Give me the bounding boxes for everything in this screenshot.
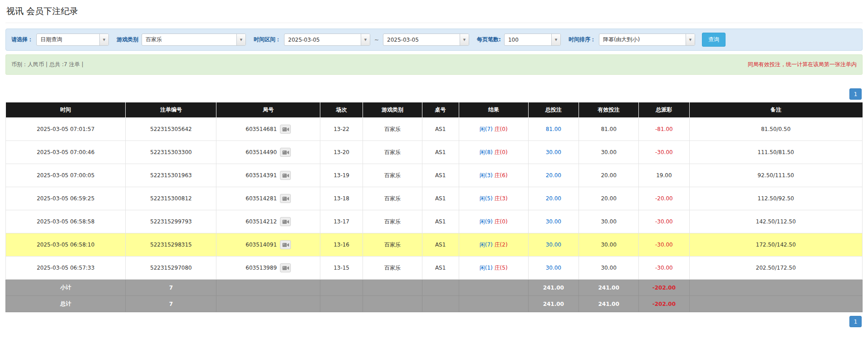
cell-remark: 172.50/142.50 — [689, 233, 862, 257]
header-time: 时间 — [6, 102, 126, 118]
video-camera-icon[interactable] — [280, 240, 291, 249]
cell-table-no: AS1 — [422, 233, 459, 257]
header-bet-id: 注单编号 — [126, 102, 216, 118]
cell-session: 13-16 — [320, 233, 363, 257]
page-container: 视讯 会员下注纪录 请选择： ▼ 游戏类别 ▼ 时间区间： ▼ ~ ▼ 每页笔数… — [0, 0, 868, 331]
date-to-combobox[interactable]: ▼ — [383, 34, 469, 46]
chevron-down-icon[interactable]: ▼ — [99, 34, 108, 45]
chevron-down-icon[interactable]: ▼ — [686, 34, 695, 45]
cell-bet-id: 522315298315 — [126, 233, 216, 257]
empty-cell — [459, 280, 528, 296]
per-page-combobox[interactable]: ▼ — [504, 34, 561, 46]
cell-bet-id: 522315305642 — [126, 118, 216, 141]
table-body: 2025-03-05 07:01:57 522315305642 6035146… — [6, 118, 863, 280]
cell-game-type: 百家乐 — [363, 187, 422, 210]
chevron-down-icon[interactable]: ▼ — [236, 34, 245, 45]
cell-valid-bet: 30.00 — [579, 210, 639, 233]
round-group: 603514391 — [245, 171, 291, 180]
cell-game-type: 百家乐 — [363, 118, 422, 141]
total-total-bet: 241.00 — [528, 296, 579, 312]
cell-game-type: 百家乐 — [363, 164, 422, 187]
empty-cell — [363, 280, 422, 296]
cell-remark: 202.50/172.50 — [689, 257, 862, 280]
cell-total-bet[interactable]: 20.00 — [528, 164, 579, 187]
video-camera-icon[interactable] — [280, 263, 291, 272]
cell-total-bet[interactable]: 30.00 — [528, 233, 579, 257]
cell-session: 13-15 — [320, 257, 363, 280]
table-row: 2025-03-05 06:58:58 522315299793 6035142… — [6, 210, 863, 233]
result-player: 闲(7) — [480, 242, 493, 248]
result-banker: 庄(0) — [495, 218, 508, 225]
per-page-label: 每页笔数: — [477, 36, 501, 44]
cell-time: 2025-03-05 06:58:58 — [6, 210, 126, 233]
cell-valid-bet: 20.00 — [579, 164, 639, 187]
cell-round: 603514490 — [216, 141, 320, 164]
cell-remark: 142.50/112.50 — [689, 210, 862, 233]
chevron-down-icon[interactable]: ▼ — [460, 34, 469, 45]
cell-table-no: AS1 — [422, 187, 459, 210]
chevron-down-icon[interactable]: ▼ — [551, 34, 560, 45]
result-player: 闲(7) — [480, 126, 493, 132]
empty-cell — [363, 296, 422, 312]
search-button[interactable]: 查询 — [702, 33, 726, 47]
cell-game-type: 百家乐 — [363, 141, 422, 164]
empty-cell — [459, 296, 528, 312]
result-banker: 庄(6) — [495, 172, 508, 179]
cell-result: 闲(3) 庄(6) — [459, 164, 528, 187]
empty-cell — [422, 296, 459, 312]
game-type-input[interactable] — [142, 34, 236, 45]
query-type-combobox[interactable]: ▼ — [36, 34, 109, 46]
date-to-input[interactable] — [383, 34, 460, 45]
cell-total-bet[interactable]: 81.00 — [528, 118, 579, 141]
sort-combobox[interactable]: ▼ — [599, 34, 695, 46]
pagination-page-button[interactable]: 1 — [849, 88, 862, 100]
video-camera-icon[interactable] — [280, 194, 291, 203]
table-row: 2025-03-05 06:59:25 522315300812 6035142… — [6, 187, 863, 210]
pagination-page-button[interactable]: 1 — [849, 316, 862, 327]
video-camera-icon[interactable] — [280, 125, 291, 134]
video-camera-icon[interactable] — [280, 217, 291, 226]
cell-game-type: 百家乐 — [363, 210, 422, 233]
date-from-combobox[interactable]: ▼ — [284, 34, 370, 46]
empty-cell — [689, 280, 862, 296]
video-camera-icon[interactable] — [280, 148, 291, 157]
table-row: 2025-03-05 06:58:10 522315298315 6035140… — [6, 233, 863, 257]
chevron-down-icon[interactable]: ▼ — [361, 34, 370, 45]
cell-round: 603514212 — [216, 210, 320, 233]
cell-session: 13-17 — [320, 210, 363, 233]
result-player: 闲(5) — [480, 195, 493, 202]
round-group: 603514490 — [245, 148, 291, 157]
cell-result: 闲(8) 庄(0) — [459, 141, 528, 164]
cell-total-bet[interactable]: 30.00 — [528, 257, 579, 280]
cell-table-no: AS1 — [422, 210, 459, 233]
select-label: 请选择： — [11, 36, 33, 44]
cell-total-bet[interactable]: 20.00 — [528, 187, 579, 210]
cell-total-bet[interactable]: 30.00 — [528, 141, 579, 164]
cell-payout: -81.00 — [639, 118, 689, 141]
total-label: 总计 — [6, 296, 126, 312]
total-row: 总计 7 241.00 241.00 -202.00 — [6, 296, 863, 312]
cell-round: 603513989 — [216, 257, 320, 280]
cell-total-bet[interactable]: 30.00 — [528, 210, 579, 233]
cell-game-type: 百家乐 — [363, 257, 422, 280]
cell-result: 闲(1) 庄(5) — [459, 257, 528, 280]
result-banker: 庄(5) — [495, 265, 508, 271]
game-type-combobox[interactable]: ▼ — [142, 34, 246, 46]
result-player: 闲(9) — [480, 218, 493, 225]
sort-input[interactable] — [599, 34, 686, 45]
video-camera-icon[interactable] — [280, 171, 291, 180]
cell-valid-bet: 30.00 — [579, 233, 639, 257]
header-game-type: 游戏类别 — [363, 102, 422, 118]
header-session: 场次 — [320, 102, 363, 118]
round-number: 603514681 — [245, 126, 277, 132]
filter-bar: 请选择： ▼ 游戏类别 ▼ 时间区间： ▼ ~ ▼ 每页笔数: ▼ 时间排序： … — [5, 29, 863, 51]
empty-cell — [216, 296, 320, 312]
per-page-input[interactable] — [505, 34, 551, 45]
query-type-input[interactable] — [37, 34, 99, 45]
date-from-input[interactable] — [284, 34, 361, 45]
header-valid-bet: 有效投注 — [579, 102, 639, 118]
empty-cell — [216, 280, 320, 296]
cell-table-no: AS1 — [422, 164, 459, 187]
subtotal-count: 7 — [126, 280, 216, 296]
cell-table-no: AS1 — [422, 141, 459, 164]
